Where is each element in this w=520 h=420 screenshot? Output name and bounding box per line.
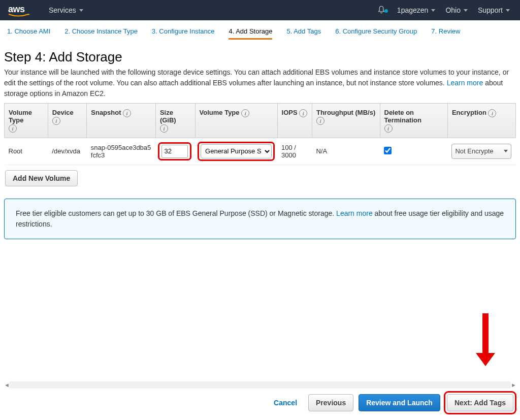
info-icon[interactable]: i	[299, 109, 307, 117]
info-icon[interactable]: i	[123, 109, 131, 117]
account-menu[interactable]: 1pagezen	[392, 0, 441, 20]
size-input[interactable]	[161, 145, 188, 158]
wizard-steps: 1. Choose AMI 2. Choose Instance Type 3.…	[0, 20, 520, 40]
info-icon[interactable]: i	[160, 124, 168, 133]
annotation-arrow-icon	[479, 313, 492, 369]
next-button-highlight: Next: Add Tags	[445, 393, 515, 413]
wizard-step-1[interactable]: 1. Choose AMI	[7, 27, 50, 40]
previous-button[interactable]: Previous	[308, 394, 353, 411]
col-delete: Delete on Terminationi	[380, 104, 447, 138]
col-throughput: Throughput (MB/s) i	[312, 104, 380, 138]
storage-table: Volume Typei Device i Snapshot i Size (G…	[4, 103, 516, 165]
region-menu[interactable]: Ohio	[440, 0, 473, 20]
col-voltype2: Volume Type i	[195, 104, 277, 138]
info-icon[interactable]: i	[52, 117, 60, 125]
wizard-step-2[interactable]: 2. Choose Instance Type	[64, 27, 138, 40]
wizard-step-6[interactable]: 6. Configure Security Group	[335, 27, 417, 40]
cell-voltype: Root	[5, 138, 48, 165]
free-tier-notice: Free tier eligible customers can get up …	[4, 199, 516, 239]
scroll-left-icon[interactable]: ◄	[4, 382, 9, 388]
voltype-highlight: General Purpose S	[199, 143, 273, 159]
cell-iops: 100 / 3000	[277, 138, 312, 165]
top-nav: aws Services 1pagezen Ohio Support	[0, 0, 520, 20]
caret-down-icon	[504, 150, 508, 152]
cell-device: /dev/xvda	[48, 138, 86, 165]
cell-encryption: Not Encrypte	[447, 138, 515, 165]
volume-type-select[interactable]: General Purpose S	[201, 144, 272, 158]
aws-logo-text: aws	[8, 4, 25, 14]
wizard-step-5[interactable]: 5. Add Tags	[286, 27, 321, 40]
notifications-button[interactable]	[371, 5, 392, 16]
col-volume-type: Volume Typei	[5, 104, 48, 138]
wizard-step-4-active[interactable]: 4. Add Storage	[229, 27, 272, 40]
next-add-tags-button[interactable]: Next: Add Tags	[447, 394, 513, 411]
table-row: Root /dev/xvda snap-0595ace3dba5fcfc3 Ge…	[5, 138, 516, 165]
cancel-button[interactable]: Cancel	[268, 395, 303, 411]
horizontal-scrollbar[interactable]: ◄ ►	[4, 380, 516, 390]
scroll-track[interactable]	[9, 381, 511, 389]
caret-down-icon	[79, 9, 83, 12]
page-content: Step 4: Add Storage Your instance will b…	[0, 40, 520, 239]
account-label: 1pagezen	[397, 6, 429, 14]
notice-text-a: Free tier eligible customers can get up …	[16, 209, 336, 217]
delete-on-termination-checkbox[interactable]	[384, 147, 392, 154]
info-icon[interactable]: i	[241, 109, 249, 117]
cell-delete	[380, 138, 447, 165]
wizard-step-3[interactable]: 3. Configure Instance	[152, 27, 215, 40]
region-label: Ohio	[445, 6, 461, 14]
page-title: Step 4: Add Storage	[4, 49, 516, 65]
add-new-volume-button[interactable]: Add New Volume	[5, 170, 78, 186]
info-icon[interactable]: i	[316, 117, 324, 125]
caret-down-icon	[506, 9, 510, 12]
footer-actions: Cancel Previous Review and Launch Next: …	[0, 393, 520, 413]
col-size: Size (GiB)i	[155, 104, 195, 138]
info-icon[interactable]: i	[384, 124, 393, 133]
support-menu[interactable]: Support	[473, 0, 515, 20]
aws-logo[interactable]: aws	[5, 4, 30, 17]
col-encryption: Encryption i	[447, 104, 515, 138]
services-menu[interactable]: Services	[44, 0, 88, 20]
col-iops: IOPS i	[277, 104, 312, 138]
col-device: Device i	[48, 104, 86, 138]
col-snapshot: Snapshot i	[87, 104, 156, 138]
info-icon[interactable]: i	[488, 109, 496, 117]
encryption-select[interactable]: Not Encrypte	[451, 144, 511, 159]
scroll-right-icon[interactable]: ►	[511, 382, 516, 388]
cell-voltype2: General Purpose S	[195, 138, 277, 165]
learn-more-link[interactable]: Learn more	[447, 79, 483, 87]
support-label: Support	[478, 6, 503, 14]
encryption-value: Not Encrypte	[455, 147, 493, 155]
size-highlight	[159, 144, 190, 159]
caret-down-icon	[431, 9, 435, 12]
cell-snapshot: snap-0595ace3dba5fcfc3	[87, 138, 156, 165]
cell-throughput: N/A	[312, 138, 380, 165]
notice-learn-more-link[interactable]: Learn more	[336, 209, 373, 217]
cell-size	[155, 138, 195, 165]
services-label: Services	[49, 6, 76, 14]
page-description: Your instance will be launched with the …	[4, 67, 516, 99]
wizard-step-7[interactable]: 7. Review	[431, 27, 460, 40]
info-icon[interactable]: i	[9, 124, 17, 133]
review-and-launch-button[interactable]: Review and Launch	[359, 394, 440, 411]
desc-text-a: Your instance will be launched with the …	[4, 68, 509, 87]
notification-dot-icon	[384, 9, 388, 13]
caret-down-icon	[464, 9, 468, 12]
